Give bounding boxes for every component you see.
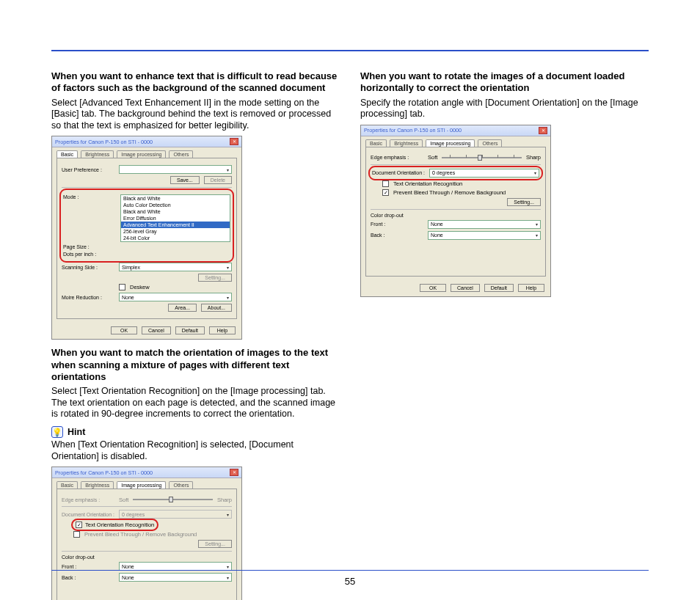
list-item[interactable]: Error Diffusion	[121, 215, 230, 222]
dialog-tabs: Basic Brightness Image processing Others	[361, 136, 550, 147]
left-column: When you want to enhance text that is di…	[51, 70, 340, 600]
tab-image-processing[interactable]: Image processing	[117, 150, 166, 158]
tab-basic[interactable]: Basic	[365, 139, 387, 147]
hint-row: 💡 Hint	[51, 426, 340, 438]
ok-button[interactable]: OK	[420, 284, 446, 292]
mode-listbox[interactable]: Black and White Auto Color Detection Bla…	[120, 194, 230, 242]
help-button[interactable]: Help	[518, 284, 544, 292]
list-item[interactable]: Black and White	[121, 208, 230, 215]
combo-moire[interactable]: None▾	[119, 293, 232, 301]
tab-brightness[interactable]: Brightness	[81, 150, 114, 158]
dialog-title: Properties for Canon P-150 on STI - 0000	[55, 469, 153, 476]
slider-label-soft: Soft	[428, 154, 437, 161]
tab-others[interactable]: Others	[478, 139, 502, 147]
tab-basic[interactable]: Basic	[56, 150, 78, 158]
section2-body: Select [Text Orientation Recognition] on…	[51, 386, 340, 420]
list-item[interactable]: Auto Color Detection	[121, 202, 230, 208]
label-front: Front :	[62, 564, 114, 569]
setting-button[interactable]: Setting...	[507, 198, 541, 206]
document-orientation-highlight: Document Orientation : 0 degrees▾	[371, 168, 541, 178]
front-value: None	[431, 222, 443, 227]
tab-brightness[interactable]: Brightness	[81, 481, 114, 489]
list-item[interactable]: 24-bit Color	[121, 235, 230, 241]
checkbox-bleed-through[interactable]	[382, 189, 389, 196]
dialog-panel: User Preference : ▾ Save... Delete Mode …	[56, 158, 237, 319]
right-column: When you want to rotate the images of a …	[360, 70, 649, 600]
front-value: None	[122, 564, 134, 569]
dialog-button-row: OK Cancel Default Help	[52, 323, 241, 339]
dialog-titlebar: Properties for Canon P-150 on STI - 0000…	[361, 125, 550, 136]
tab-brightness[interactable]: Brightness	[390, 139, 423, 147]
slider-label-soft: Soft	[119, 497, 128, 503]
list-item[interactable]: Black and White	[121, 195, 230, 202]
close-icon[interactable]: ✕	[230, 138, 238, 145]
content-columns: When you want to enhance text that is di…	[51, 70, 649, 600]
hint-label: Hint	[68, 427, 85, 437]
area-button[interactable]: Area...	[168, 304, 197, 312]
hint-body: When [Text Orientation Recognition] is s…	[51, 439, 340, 462]
right-section-heading: When you want to rotate the images of a …	[360, 70, 649, 95]
setting-button: Setting...	[198, 540, 232, 548]
tab-image-processing[interactable]: Image processing	[426, 139, 475, 147]
dialog-button-row: OK Cancel Default Help	[361, 281, 550, 296]
label-bleed-through: Prevent Bleed Through / Remove Backgroun…	[393, 189, 506, 196]
back-value: None	[431, 233, 443, 238]
dialog-tabs: Basic Brightness Image processing Others	[52, 147, 241, 158]
edge-slider[interactable]	[442, 154, 522, 161]
close-icon[interactable]: ✕	[539, 127, 547, 134]
close-icon[interactable]: ✕	[230, 469, 238, 476]
combo-document-orientation: 0 degrees▾	[119, 510, 232, 519]
dialog-title: Properties for Canon P-150 on STI - 0000	[55, 139, 153, 145]
save-button[interactable]: Save...	[170, 176, 200, 184]
doc-orientation-value: 0 degrees	[122, 512, 145, 517]
checkbox-text-orientation[interactable]	[76, 522, 82, 528]
slider-label-sharp: Sharp	[526, 154, 541, 161]
dialog-title: Properties for Canon P-150 on STI - 0000	[364, 127, 462, 133]
ok-button[interactable]: OK	[111, 326, 137, 334]
checkbox-deskew[interactable]	[119, 284, 125, 290]
label-moire: Moire Reduction :	[62, 295, 114, 300]
dialog-basic: Properties for Canon P-150 on STI - 0000…	[51, 136, 242, 340]
combo-scanning-side[interactable]: Simplex▾	[119, 263, 232, 271]
label-text-orientation: Text Orientation Recognition	[393, 180, 462, 187]
combo-document-orientation[interactable]: 0 degrees▾	[429, 169, 539, 178]
bottom-rule	[51, 570, 649, 571]
combo-back[interactable]: None▾	[428, 231, 541, 240]
default-button[interactable]: Default	[175, 326, 205, 334]
label-bleed-through: Prevent Bleed Through / Remove Backgroun…	[84, 531, 197, 538]
label-dpi: Dots per inch :	[63, 252, 116, 257]
label-mode: Mode :	[63, 194, 116, 200]
default-button[interactable]: Default	[484, 284, 514, 292]
scanning-side-value: Simplex	[122, 265, 140, 270]
hint-icon: 💡	[51, 426, 63, 438]
dialog-titlebar: Properties for Canon P-150 on STI - 0000…	[52, 467, 241, 478]
tab-others[interactable]: Others	[169, 150, 193, 158]
list-item[interactable]: 256-level Gray	[121, 228, 230, 235]
about-button[interactable]: About...	[201, 304, 232, 312]
cancel-button[interactable]: Cancel	[451, 284, 480, 292]
label-document-orientation: Document Orientation :	[372, 170, 425, 175]
checkbox-bleed-through	[73, 531, 80, 538]
combo-front[interactable]: None▾	[428, 220, 541, 229]
combo-user-preference[interactable]: ▾	[119, 165, 232, 174]
help-button[interactable]: Help	[209, 326, 236, 334]
label-edge-emphasis: Edge emphasis :	[62, 497, 114, 502]
dialog-image-processing-2: Properties for Canon P-150 on STI - 0000…	[360, 125, 551, 297]
moire-value: None	[122, 295, 134, 300]
label-edge-emphasis: Edge emphasis :	[371, 155, 423, 160]
tab-image-processing[interactable]: Image processing	[117, 481, 166, 489]
tab-others[interactable]: Others	[169, 481, 193, 489]
dialog-panel: Edge emphasis : Soft Sharp Document Orie…	[365, 147, 546, 277]
cancel-button[interactable]: Cancel	[142, 326, 171, 334]
slider-label-sharp: Sharp	[217, 497, 232, 503]
edge-slider	[133, 496, 213, 503]
list-item-selected[interactable]: Advanced Text Enhancement II	[121, 222, 230, 228]
label-page-size: Page Size :	[63, 244, 116, 249]
label-color-dropout: Color drop-out	[62, 555, 232, 560]
checkbox-text-orientation[interactable]	[382, 180, 389, 187]
text-orientation-highlight: Text Orientation Recognition	[73, 521, 156, 529]
tab-basic[interactable]: Basic	[56, 481, 78, 489]
section1-heading: When you want to enhance text that is di…	[51, 70, 340, 95]
label-back: Back :	[371, 233, 423, 238]
label-user-preference: User Preference :	[62, 167, 114, 172]
